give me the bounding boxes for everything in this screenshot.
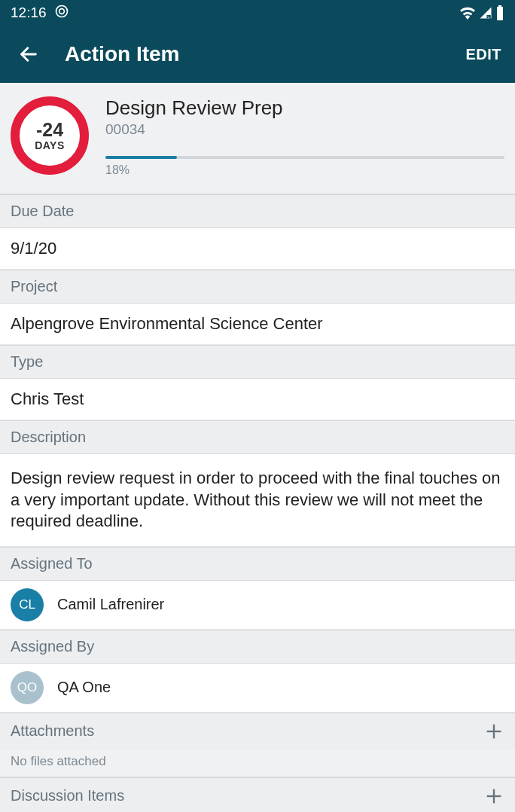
app-bar: Action Item EDIT: [0, 26, 515, 83]
assigned-by-label: Assigned By: [0, 630, 515, 664]
assigned-by-name: QA One: [57, 679, 111, 696]
assigned-to-name: Camil Lafrenirer: [57, 596, 164, 613]
status-time: 12:16: [11, 5, 47, 21]
item-title: Design Review Prep: [105, 96, 504, 120]
item-header: -24 DAYS Design Review Prep 00034 18%: [0, 83, 515, 194]
avatar: QO: [11, 671, 44, 704]
assigned-to-row[interactable]: CL Camil Lafrenirer: [0, 581, 515, 630]
attachments-header: Attachments: [0, 713, 515, 749]
days-countdown-ring: -24 DAYS: [11, 96, 89, 175]
project-value: Alpengrove Environmental Science Center: [0, 304, 515, 345]
days-label: DAYS: [35, 139, 65, 151]
status-bar: 12:16 x: [0, 0, 515, 26]
signal-icon: x: [479, 6, 492, 20]
wifi-icon: [459, 6, 476, 20]
avatar: CL: [11, 588, 44, 621]
type-label: Type: [0, 345, 515, 379]
progress-fill: [105, 156, 177, 159]
progress-percent: 18%: [105, 163, 504, 177]
days-value: -24: [36, 120, 63, 139]
battery-icon: [495, 5, 504, 20]
attachments-empty: No files attached: [0, 749, 515, 777]
item-id: 00034: [105, 121, 504, 138]
page-title: Action Item: [65, 42, 465, 66]
description-label: Description: [0, 420, 515, 454]
attachments-label: Attachments: [11, 722, 94, 740]
sync-icon: [54, 4, 69, 23]
svg-text:x: x: [487, 15, 489, 20]
due-date-label: Due Date: [0, 194, 515, 228]
back-button[interactable]: [15, 41, 42, 68]
add-discussion-button[interactable]: [483, 786, 504, 807]
type-value: Chris Test: [0, 379, 515, 420]
edit-button[interactable]: EDIT: [465, 46, 501, 63]
description-value: Design review request in order to procee…: [0, 454, 515, 547]
svg-rect-3: [497, 7, 503, 20]
discussion-label: Discussion Items: [11, 787, 124, 804]
svg-point-0: [56, 5, 67, 17]
assigned-by-row[interactable]: QO QA One: [0, 664, 515, 713]
project-label: Project: [0, 270, 515, 304]
add-attachment-button[interactable]: [483, 721, 504, 742]
assigned-to-label: Assigned To: [0, 547, 515, 581]
progress-bar: [105, 156, 504, 159]
discussion-header: Discussion Items: [0, 777, 515, 812]
svg-rect-4: [498, 5, 501, 7]
due-date-value: 9/1/20: [0, 228, 515, 270]
